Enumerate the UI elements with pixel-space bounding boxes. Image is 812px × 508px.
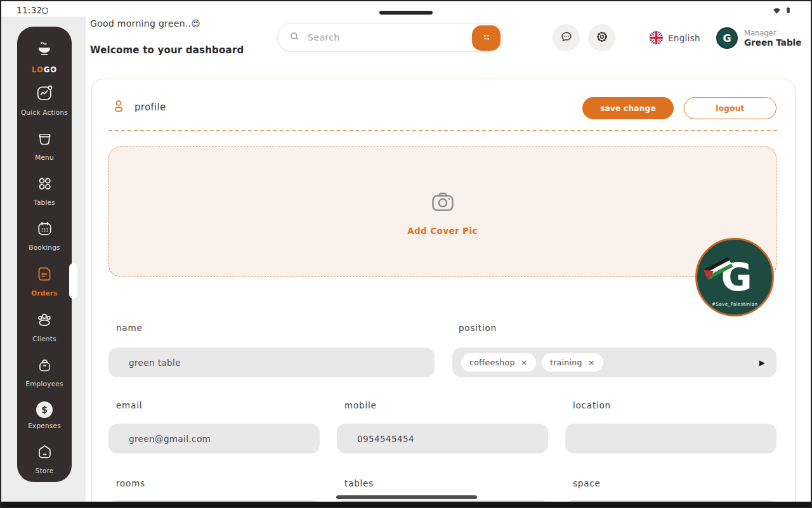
gear-icon: [595, 30, 609, 46]
dashed-divider: [108, 130, 777, 131]
mobile-field[interactable]: [337, 424, 548, 453]
order-document-icon: [36, 265, 53, 285]
camera-notch: [379, 11, 433, 15]
battery-icon: [785, 5, 792, 18]
avatar: G: [716, 27, 738, 49]
coffee-cup-icon: [34, 39, 55, 61]
language-label: English: [668, 33, 700, 43]
clock: 11:32: [16, 5, 42, 15]
add-cover-label: Add Cover Pic: [407, 226, 478, 236]
avatar-caption: #Save_Palestinian: [697, 301, 772, 307]
bottom-edge-bar: [1, 502, 811, 507]
user-name: Green Table: [744, 37, 801, 48]
greeting: Good morning green..😍: [90, 18, 200, 29]
search-icon: [289, 31, 300, 44]
remove-tag-icon[interactable]: ×: [521, 358, 528, 367]
sidebar-item-expenses[interactable]: $ Expenses: [17, 401, 72, 429]
heart-eyes-emoji: 😍: [191, 18, 200, 29]
tag-training: training ×: [542, 353, 603, 372]
uk-flag-icon: [650, 31, 663, 44]
sidebar: LOGO Quick Actions Menu: [17, 27, 72, 482]
user-role: Manager: [744, 29, 801, 37]
section-title: profile: [111, 98, 166, 116]
camera-icon: [428, 188, 458, 218]
active-indicator: [69, 263, 77, 299]
logo[interactable]: LOGO: [32, 39, 57, 74]
add-cover-dropzone[interactable]: Add Cover Pic: [108, 147, 776, 277]
app-screen: 11:32 LOGO: [0, 0, 812, 508]
tag-coffeeshop: coffeeshop ×: [461, 353, 536, 372]
sidebar-item-orders[interactable]: Orders: [17, 265, 72, 297]
dollar-icon: $: [36, 401, 53, 418]
wifi-icon: [772, 6, 782, 18]
mobile-label: mobile: [344, 400, 377, 410]
sidebar-item-clients[interactable]: Clients: [17, 311, 72, 342]
calendar-icon: [36, 220, 53, 240]
chat-button[interactable]: [553, 24, 580, 51]
sidebar-item-bookings[interactable]: Bookings: [17, 220, 72, 251]
welcome-title: Welcome to your dashboard: [90, 44, 244, 56]
profile-card: profile save change logout Add Cover Pic: [91, 79, 796, 508]
location-label: location: [573, 400, 611, 410]
save-change-button[interactable]: save change: [582, 97, 674, 119]
space-label: space: [573, 478, 601, 488]
expand-options-icon[interactable]: ▶: [759, 358, 765, 367]
language-selector[interactable]: English: [650, 31, 700, 44]
logout-button[interactable]: logout: [684, 97, 776, 119]
chat-bubble-icon: [560, 30, 573, 46]
filter-sliders-icon: [481, 32, 492, 44]
tables-label: tables: [344, 478, 374, 488]
email-label: email: [116, 400, 142, 410]
filter-button[interactable]: [472, 25, 501, 51]
location-field[interactable]: [565, 424, 776, 453]
status-icons: [772, 5, 792, 18]
name-field[interactable]: [108, 348, 435, 377]
bag-icon: [36, 356, 53, 376]
email-field[interactable]: [108, 424, 320, 453]
horizontal-scrollbar[interactable]: [336, 495, 477, 499]
remove-tag-icon[interactable]: ×: [588, 358, 595, 367]
position-field[interactable]: coffeeshop × training × ▶: [452, 348, 776, 377]
sidebar-item-menu[interactable]: Menu: [17, 130, 72, 161]
logo-text: LOGO: [32, 65, 57, 74]
tables-grid-icon: [36, 175, 53, 195]
account-menu[interactable]: G Manager Green Table: [716, 27, 801, 49]
person-icon: [111, 98, 126, 116]
settings-button[interactable]: [588, 24, 615, 51]
rooms-label: rooms: [116, 478, 145, 488]
brand-avatar[interactable]: G #Save_Palestinian: [695, 238, 774, 316]
search-bar: [277, 23, 503, 52]
name-label: name: [116, 323, 143, 333]
cup-icon: [36, 130, 53, 150]
sidebar-item-tables[interactable]: Tables: [17, 175, 72, 206]
activity-icon: [36, 84, 53, 105]
position-label: position: [459, 323, 497, 333]
sidebar-item-store[interactable]: Store: [17, 443, 72, 474]
search-input[interactable]: [308, 32, 454, 42]
store-icon: [36, 443, 53, 463]
sidebar-item-quick-actions[interactable]: Quick Actions: [17, 84, 72, 116]
sidebar-item-employees[interactable]: Employees: [17, 356, 72, 388]
people-group-icon: [36, 311, 53, 331]
